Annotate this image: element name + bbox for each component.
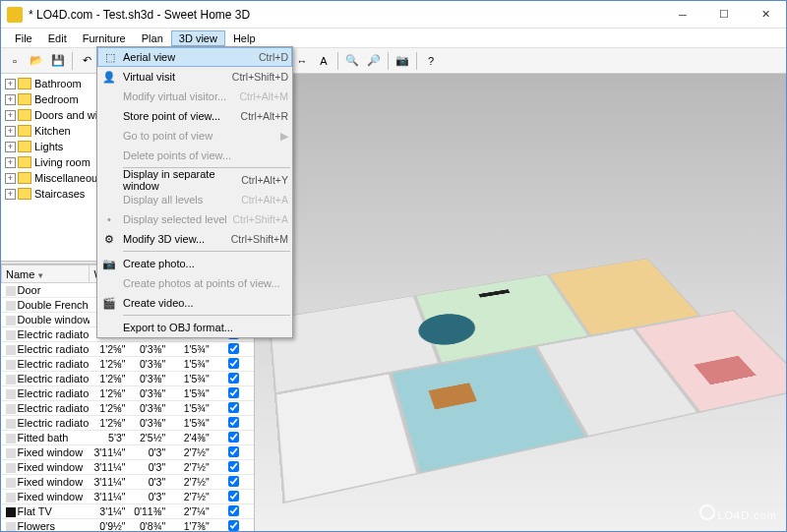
expand-icon[interactable]: + — [5, 126, 16, 137]
menu-item-display-in-separate-window[interactable]: Display in separate windowCtrl+Alt+Y — [97, 170, 292, 190]
app-icon — [7, 7, 23, 23]
table-row[interactable]: Flowers0'9½"0'8¾"1'7⅜" — [2, 519, 254, 532]
menu-item-store-point-of-view[interactable]: Store point of view...Ctrl+Alt+R — [97, 106, 292, 126]
item-icon — [6, 316, 16, 325]
modify3d-icon: ⚙ — [101, 231, 117, 247]
menu-item-aerial-view[interactable]: ⬚Aerial viewCtrl+D — [97, 47, 292, 67]
item-icon — [6, 375, 16, 384]
visible-checkbox[interactable] — [228, 432, 239, 443]
table-row[interactable]: Electric radiator1'2⅝"0'3⅜"1'5¾" — [2, 401, 254, 416]
folder-icon — [18, 125, 31, 137]
item-icon — [6, 330, 16, 340]
photo-button[interactable]: 📷 — [393, 51, 412, 71]
expand-icon[interactable]: + — [5, 94, 16, 105]
col-name[interactable]: Name▼ — [2, 266, 90, 283]
menu-item-create-photo[interactable]: 📷Create photo... — [97, 254, 292, 273]
menu-item-create-video[interactable]: 🎬Create video... — [97, 293, 292, 313]
dim-button[interactable]: ↔ — [292, 51, 312, 71]
3d-view-menu: ⬚Aerial viewCtrl+D👤Virtual visitCtrl+Shi… — [96, 46, 293, 338]
save-button[interactable]: 💾 — [48, 51, 68, 71]
table-row[interactable]: Electric radiator1'2⅝"0'3⅜"1'5¾" — [2, 416, 254, 431]
table-row[interactable]: Flat TV3'1¼"0'11⅜"2'7¼" — [2, 504, 254, 519]
item-icon — [6, 463, 16, 473]
item-name: Fixed window — [18, 461, 84, 473]
expand-icon[interactable]: + — [5, 189, 16, 200]
close-button[interactable]: ✕ — [745, 1, 786, 29]
table-row[interactable]: Electric radiator1'2⅝"0'3⅜"1'5¾" — [2, 386, 254, 401]
text-button[interactable]: A — [314, 51, 333, 71]
menu-file[interactable]: File — [7, 30, 40, 46]
visible-checkbox[interactable] — [228, 476, 239, 487]
visible-checkbox[interactable] — [228, 417, 239, 428]
menu-item-modify-3d-view[interactable]: ⚙Modify 3D view...Ctrl+Shift+M — [97, 229, 292, 249]
menu-edit[interactable]: Edit — [40, 30, 75, 46]
menu-item-go-to-point-of-view: Go to point of view▶ — [97, 126, 292, 146]
table-row[interactable]: Fixed window3'11¼"0'3"2'7½" — [2, 460, 254, 475]
menu-item-export-to-obj-format[interactable]: Export to OBJ format... — [97, 318, 292, 337]
item-name: Electric radiator — [18, 417, 90, 429]
item-name: Flat TV — [18, 505, 52, 517]
expand-icon[interactable]: + — [5, 79, 16, 89]
menu-label: Create video... — [123, 297, 194, 309]
visible-checkbox[interactable] — [228, 491, 239, 502]
menu-label: Virtual visit — [123, 71, 175, 83]
menu-3d-view[interactable]: 3D view — [171, 30, 225, 46]
item-icon — [6, 286, 16, 296]
zoom-in-button[interactable]: 🔍 — [342, 51, 362, 71]
aerial-icon: ⬚ — [102, 49, 118, 65]
item-name: Fixed window — [18, 446, 84, 458]
table-row[interactable]: Fixed window3'11¼"0'3"2'7½" — [2, 475, 254, 490]
menu-item-display-all-levels: Display all levelsCtrl+Alt+A — [97, 190, 292, 209]
new-button[interactable]: ▫ — [5, 51, 25, 71]
expand-icon[interactable]: + — [5, 173, 16, 184]
visible-checkbox[interactable] — [228, 446, 239, 457]
table-row[interactable]: Fixed window3'11¼"0'3"2'7½" — [2, 445, 254, 460]
table-row[interactable]: Fixed window3'11¼"0'3"2'7½" — [2, 490, 254, 504]
camera-icon: 📷 — [101, 256, 117, 271]
visible-checkbox[interactable] — [228, 358, 239, 369]
table-row[interactable]: Fitted bath5'3"2'5½"2'4⅜" — [2, 431, 254, 445]
item-name: Double window — [18, 314, 90, 325]
menu-furniture[interactable]: Furniture — [75, 30, 134, 46]
undo-button[interactable]: ↶ — [77, 51, 96, 71]
expand-icon[interactable]: + — [5, 142, 16, 152]
visible-checkbox[interactable] — [228, 373, 239, 384]
expand-icon[interactable]: + — [5, 157, 16, 168]
menu-help[interactable]: Help — [225, 30, 264, 46]
visible-checkbox[interactable] — [228, 343, 239, 354]
menu-item-virtual-visit[interactable]: 👤Virtual visitCtrl+Shift+D — [97, 67, 292, 87]
folder-icon — [18, 78, 31, 89]
shortcut: Ctrl+Alt+M — [239, 90, 288, 102]
folder-icon — [18, 172, 31, 184]
table-row[interactable]: Electric radiator1'2⅝"0'3⅜"1'5¾" — [2, 372, 254, 386]
open-button[interactable]: 📂 — [27, 51, 46, 71]
expand-icon[interactable]: + — [5, 110, 16, 121]
table-row[interactable]: Electric radiator1'2⅝"0'3⅜"1'5¾" — [2, 357, 254, 372]
3d-viewport[interactable] — [255, 74, 786, 531]
visible-checkbox[interactable] — [228, 461, 239, 472]
table-row[interactable]: Electric radiator1'2⅝"0'3⅜"1'5¾" — [2, 342, 254, 357]
visible-checkbox[interactable] — [228, 402, 239, 413]
item-icon — [6, 478, 16, 488]
item-name: Electric radiator — [18, 328, 90, 340]
minimize-button[interactable]: ─ — [662, 1, 703, 29]
menu-plan[interactable]: Plan — [134, 30, 171, 46]
item-name: Fitted bath — [18, 432, 69, 443]
zoom-out-button[interactable]: 🔎 — [364, 51, 384, 71]
menu-label: Store point of view... — [123, 110, 220, 122]
window-title: * LO4D.com - Test.sh3d - Sweet Home 3D — [29, 8, 662, 22]
item-icon — [6, 448, 16, 458]
shortcut: Ctrl+Shift+M — [231, 233, 288, 245]
visible-checkbox[interactable] — [228, 387, 239, 398]
item-icon — [6, 345, 16, 355]
help-button[interactable]: ? — [421, 51, 441, 71]
maximize-button[interactable]: ☐ — [703, 1, 745, 29]
item-icon — [6, 360, 16, 370]
video-icon: 🎬 — [101, 295, 117, 311]
visible-checkbox[interactable] — [228, 520, 239, 531]
menu-label: Display selected level — [123, 213, 227, 225]
item-name: Electric radiator — [18, 343, 90, 355]
menu-item-delete-points-of-view: Delete points of view... — [97, 146, 292, 165]
visible-checkbox[interactable] — [228, 505, 239, 516]
item-icon — [6, 493, 16, 502]
